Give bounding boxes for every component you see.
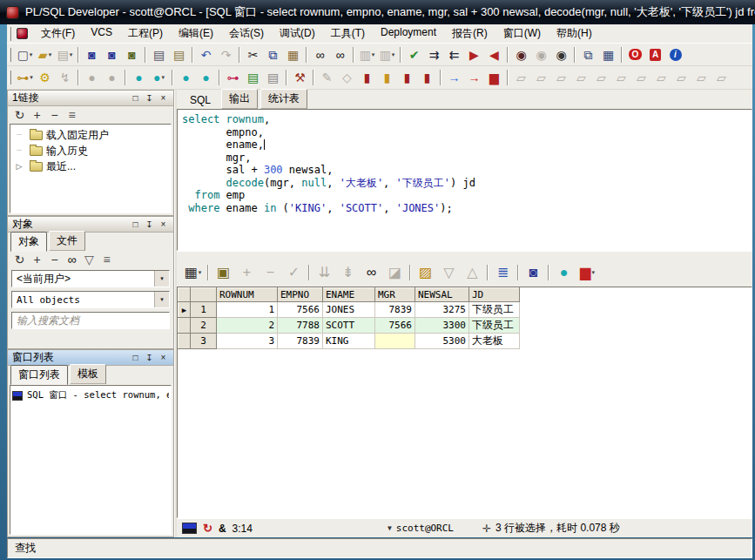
remove-connection-button[interactable]: − xyxy=(46,108,63,123)
blue-arrow-button[interactable]: → xyxy=(444,68,464,87)
new-sql-window-button[interactable]: ●▾ xyxy=(149,68,169,87)
cell-rownum[interactable]: 1 xyxy=(217,302,278,318)
acrobat-reader-button[interactable]: A xyxy=(645,45,665,64)
indent-button[interactable]: ⇉ xyxy=(424,45,444,64)
report-button[interactable]: ● xyxy=(552,261,576,284)
print-setup-button[interactable]: ▤ xyxy=(169,45,189,64)
menu-item[interactable]: 窗口(W) xyxy=(495,24,549,44)
refresh-session-button[interactable]: ● xyxy=(176,68,196,87)
new-session-button[interactable]: ● xyxy=(129,68,149,87)
sql-editor[interactable]: select rownum, empno, ename, mgr, sal + … xyxy=(177,109,752,251)
logon-button[interactable]: ⊶▾ xyxy=(15,68,35,87)
menu-item[interactable]: 报告(R) xyxy=(444,24,495,44)
sort-data-button[interactable]: ▨ xyxy=(414,261,437,284)
tab-sql[interactable]: SQL xyxy=(182,91,219,109)
menu-item[interactable]: Deployment xyxy=(373,24,444,44)
cell-jd[interactable]: 下级员工 xyxy=(469,318,520,334)
cell-newsal[interactable]: 5300 xyxy=(415,334,469,349)
paste-button[interactable]: ▦ xyxy=(283,45,303,64)
cell-newsal[interactable]: 3300 xyxy=(415,318,469,334)
save-button[interactable]: ◙ xyxy=(82,45,102,64)
table-row[interactable]: 227788SCOTT75663300下级员工 xyxy=(179,318,520,334)
undo-button[interactable]: ↶ xyxy=(196,45,216,64)
info-button[interactable]: i xyxy=(665,45,685,64)
cell-mgr[interactable]: 7839 xyxy=(375,302,415,318)
next-edit-button[interactable]: ▶ xyxy=(464,45,484,64)
cell-newsal[interactable]: 3275 xyxy=(415,302,469,318)
find-next-button[interactable]: ∞ xyxy=(330,45,350,64)
column-header-jd[interactable]: JD xyxy=(469,288,520,302)
kill-session-button[interactable]: ● xyxy=(196,68,216,87)
record-macro-button[interactable]: ◉ xyxy=(511,45,531,64)
chevron-down-icon[interactable]: ▼ xyxy=(388,524,392,532)
menu-item[interactable]: 编辑(E) xyxy=(171,24,221,44)
restore-panel-icon[interactable]: □ xyxy=(130,93,141,103)
object-filter-dropdown[interactable]: All objects ▾ xyxy=(11,291,170,308)
tree-item[interactable]: ┄载入固定用户 xyxy=(12,127,169,143)
refresh-objects-button[interactable]: ↻ xyxy=(11,253,28,267)
prev-edit-button[interactable]: ◀ xyxy=(484,45,504,64)
user-filter-dropdown[interactable]: <当前用户> ▾ xyxy=(11,270,170,287)
grid-options-button[interactable]: ▦▾ xyxy=(181,261,205,284)
save-as-button[interactable]: ◙ xyxy=(102,45,122,64)
menu-item[interactable]: VCS xyxy=(83,24,120,44)
tab-window-list[interactable]: 窗口列表 xyxy=(10,365,68,385)
cell-rownum[interactable]: 3 xyxy=(217,334,278,349)
close-panel-icon[interactable]: × xyxy=(158,219,169,229)
pin-panel-icon[interactable]: ↧ xyxy=(144,93,155,103)
toolbar-grip[interactable] xyxy=(9,27,11,41)
new-document-button[interactable]: ▢▾ xyxy=(15,45,35,64)
cell-jd[interactable]: 大老板 xyxy=(469,334,520,349)
column-header-rownum[interactable]: ROWNUM xyxy=(217,288,278,302)
chevron-down-icon[interactable]: ▾ xyxy=(154,292,169,307)
editor-result-splitter[interactable] xyxy=(177,251,752,259)
outdent-button[interactable]: ⇇ xyxy=(444,45,464,64)
object-search-input[interactable] xyxy=(11,312,170,329)
cell-empno[interactable]: 7788 xyxy=(278,318,323,334)
cell-rownum[interactable]: 2 xyxy=(217,318,278,334)
column-header-mgr[interactable]: MGR xyxy=(375,288,415,302)
menu-item[interactable]: 会话(S) xyxy=(221,24,272,44)
copy-button[interactable]: ⧉ xyxy=(263,45,283,64)
restore-panel-icon[interactable]: □ xyxy=(130,353,141,362)
oracle-home-button[interactable]: O xyxy=(625,45,645,64)
cell-jd[interactable]: 下级员工 xyxy=(469,302,520,318)
cell-ename[interactable]: KING xyxy=(323,334,375,349)
syntax-check-button[interactable]: ✔ xyxy=(404,45,424,64)
tab-templates[interactable]: 模板 xyxy=(70,364,106,384)
tile-windows-button[interactable]: ▦ xyxy=(598,45,618,64)
cell-empno[interactable]: 7566 xyxy=(278,302,323,318)
tab-output[interactable]: 输出 xyxy=(221,89,258,109)
preferences-button[interactable]: ⚒ xyxy=(290,68,310,87)
cell-ename[interactable]: JONES xyxy=(323,302,375,318)
tab-files[interactable]: 文件 xyxy=(49,231,85,251)
cascade-windows-button[interactable]: ⧉ xyxy=(578,45,598,64)
row-number-cell[interactable]: 3 xyxy=(191,334,217,349)
configure-connections-button[interactable]: ≡ xyxy=(64,108,80,123)
restore-panel-icon[interactable]: □ xyxy=(130,219,141,229)
cell-mgr[interactable]: 7566 xyxy=(375,318,415,334)
column-header-empno[interactable]: EMPNO xyxy=(278,288,323,302)
document-menu-icon[interactable] xyxy=(17,28,28,39)
column-header-ename[interactable]: ENAME xyxy=(323,288,375,302)
auto-refresh-icon[interactable]: ↻ xyxy=(203,522,212,535)
sessions-button[interactable]: ⊶ xyxy=(223,68,243,87)
lock-record-button[interactable]: ▣ xyxy=(212,261,235,284)
cell-mgr[interactable] xyxy=(375,334,415,349)
help-notes-button[interactable]: ▮ xyxy=(417,68,437,87)
pin-panel-icon[interactable]: ↧ xyxy=(144,219,155,229)
pin-panel-icon[interactable]: ↧ xyxy=(144,353,155,362)
menu-item[interactable]: 调试(D) xyxy=(272,24,323,44)
help-contents-button[interactable]: ▮ xyxy=(357,68,377,87)
cell-ename[interactable]: SCOTT xyxy=(323,318,375,334)
add-connection-button[interactable]: + xyxy=(29,108,45,123)
toolbar-grip[interactable] xyxy=(9,71,11,84)
collapse-object-button[interactable]: − xyxy=(46,253,63,267)
row-number-cell[interactable]: 2 xyxy=(191,318,217,334)
close-panel-icon[interactable]: × xyxy=(158,93,169,103)
menu-item[interactable]: 帮助(H) xyxy=(549,24,600,44)
refresh-connections-button[interactable]: ↻ xyxy=(11,108,28,123)
cut-button[interactable]: ✂ xyxy=(243,45,263,64)
open-file-button[interactable]: ▰▾ xyxy=(35,45,55,64)
tree-item[interactable]: ▷最近... xyxy=(12,159,169,174)
